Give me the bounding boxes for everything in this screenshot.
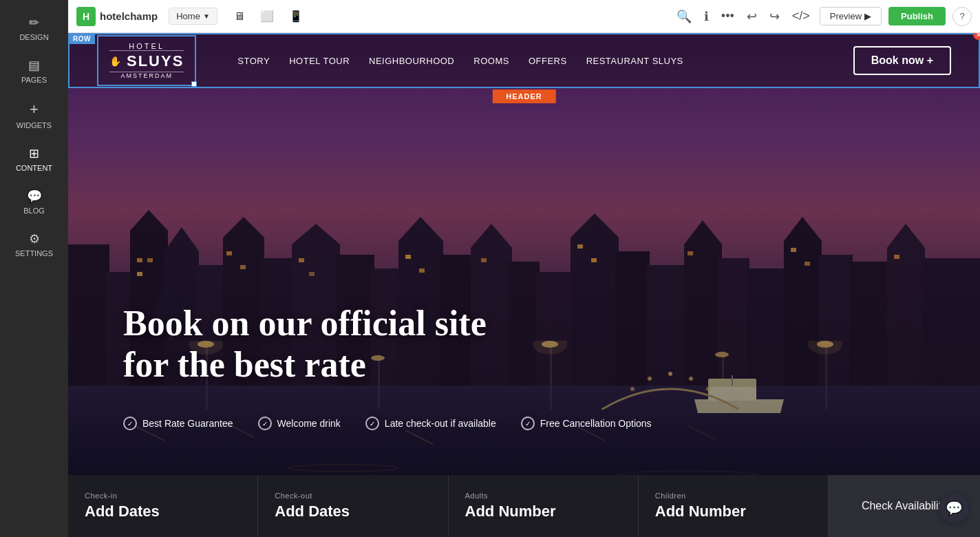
undo-button[interactable]: ↩ xyxy=(744,6,760,27)
chat-bubble[interactable]: 💬 xyxy=(939,493,969,523)
chevron-down-icon: ▼ xyxy=(203,12,210,20)
desktop-device-btn[interactable]: 🖥 xyxy=(228,8,251,25)
logo-main: ✋ SLUYS xyxy=(109,50,184,72)
hotel-logo: HOTEL ✋ SLUYS AMSTERDAM xyxy=(109,42,184,79)
features-bar: ✓ Best Rate Guarantee ✓ Welcome drink ✓ … xyxy=(123,417,952,430)
checkin-value: Add Dates xyxy=(85,503,241,520)
preview-button[interactable]: Preview ▶ xyxy=(820,7,882,25)
nav-hotel-tour[interactable]: HOTEL TOUR xyxy=(289,56,350,66)
search-button[interactable]: 🔍 xyxy=(674,6,694,27)
check-icon-0: ✓ xyxy=(123,417,137,430)
nav-restaurant[interactable]: RESTAURANT SLUYS xyxy=(586,56,683,66)
plus-icon: + xyxy=(30,101,39,118)
tablet-device-btn[interactable]: ⬜ xyxy=(255,7,279,25)
brand-logo: H xyxy=(76,7,96,26)
adults-label: Adults xyxy=(465,492,621,500)
sidebar-item-design[interactable]: ✏ DESIGN xyxy=(0,7,68,50)
brand-name: hotelchamp xyxy=(100,10,158,22)
booking-bar: Check-in Add Dates Check-out Add Dates A… xyxy=(68,475,980,537)
publish-button[interactable]: Publish xyxy=(888,7,946,25)
check-icon-1: ✓ xyxy=(258,417,272,430)
row-close-btn[interactable]: ✕ xyxy=(973,33,980,40)
page-name: Home xyxy=(176,11,200,21)
nav-links: STORY HOTEL TOUR NEIGHBOURHOOD ROOMS OFF… xyxy=(237,56,853,66)
redo-button[interactable]: ↪ xyxy=(767,6,782,27)
book-now-button[interactable]: Book now + xyxy=(853,46,951,75)
checkout-label: Check-out xyxy=(275,492,431,500)
headline-line2: for the best rate xyxy=(123,344,487,386)
page-selector[interactable]: Home ▼ xyxy=(169,8,217,25)
checkout-field[interactable]: Check-out Add Dates xyxy=(258,475,448,537)
more-button[interactable]: ••• xyxy=(718,6,737,26)
canvas-area: ROW ✕ HOTEL ✋ SLUYS AMSTERDAM STORY xyxy=(68,33,980,537)
feature-label-0: Best Rate Guarantee xyxy=(142,418,233,429)
children-field[interactable]: Children Add Number xyxy=(639,475,829,537)
play-icon: ▶ xyxy=(864,11,871,21)
checkout-value: Add Dates xyxy=(275,503,431,520)
brand: H hotelchamp xyxy=(76,7,158,26)
mobile-device-btn[interactable]: 📱 xyxy=(284,7,308,25)
sidebar: ✏ DESIGN ▤ PAGES + WIDGETS ⊞ CONTENT 💬 B… xyxy=(0,0,68,537)
blog-icon: 💬 xyxy=(27,189,42,204)
logo-sub: AMSTERDAM xyxy=(109,72,184,79)
overlay xyxy=(68,33,980,537)
sidebar-item-content[interactable]: ⊞ CONTENT xyxy=(0,138,68,180)
children-value: Add Number xyxy=(655,503,811,520)
device-icons: 🖥 ⬜ 📱 xyxy=(228,7,308,25)
headline-line1: Book on our official site xyxy=(123,303,487,344)
feature-label-3: Free Cancellation Options xyxy=(540,418,652,429)
website-preview: ROW ✕ HOTEL ✋ SLUYS AMSTERDAM STORY xyxy=(68,33,980,537)
resize-handle[interactable] xyxy=(191,81,197,87)
pages-icon: ▤ xyxy=(28,58,40,73)
hero-background xyxy=(68,33,980,537)
feature-label-2: Late check-out if available xyxy=(385,418,496,429)
gear-icon: ⚙ xyxy=(29,231,40,246)
nav-offers[interactable]: OFFERS xyxy=(529,56,567,66)
main-area: H hotelchamp Home ▼ 🖥 ⬜ 📱 🔍 ℹ ••• ↩ ↪ </… xyxy=(68,0,980,537)
topbar: H hotelchamp Home ▼ 🖥 ⬜ 📱 🔍 ℹ ••• ↩ ↪ </… xyxy=(68,0,980,33)
feature-cancellation: ✓ Free Cancellation Options xyxy=(521,417,652,430)
sidebar-item-pages[interactable]: ▤ PAGES xyxy=(0,50,68,92)
check-icon-3: ✓ xyxy=(521,417,535,430)
feature-best-rate: ✓ Best Rate Guarantee xyxy=(123,417,233,430)
sidebar-item-widgets[interactable]: + WIDGETS xyxy=(0,92,68,138)
adults-field[interactable]: Adults Add Number xyxy=(449,475,639,537)
adults-value: Add Number xyxy=(465,503,621,520)
site-navbar: ROW ✕ HOTEL ✋ SLUYS AMSTERDAM STORY xyxy=(68,33,980,88)
check-icon-2: ✓ xyxy=(365,417,379,430)
topbar-actions: 🔍 ℹ ••• ↩ ↪ </> Preview ▶ Publish ? xyxy=(674,6,972,27)
help-button[interactable]: ? xyxy=(952,7,972,26)
feature-label-1: Welcome drink xyxy=(277,418,341,429)
row-label: ROW xyxy=(69,34,95,44)
sidebar-item-settings[interactable]: ⚙ SETTINGS xyxy=(0,223,68,266)
logo-line1: HOTEL xyxy=(109,42,184,50)
nav-rooms[interactable]: ROOMS xyxy=(473,56,509,66)
checkin-label: Check-in xyxy=(85,492,241,500)
nav-neighbourhood[interactable]: NEIGHBOURHOOD xyxy=(369,56,454,66)
hero-text: Book on our official site for the best r… xyxy=(123,303,487,386)
header-label: HEADER xyxy=(492,90,555,103)
feature-welcome: ✓ Welcome drink xyxy=(258,417,341,430)
nav-story[interactable]: STORY xyxy=(237,56,270,66)
info-button[interactable]: ℹ xyxy=(701,6,712,27)
feature-checkout: ✓ Late check-out if available xyxy=(365,417,496,430)
sidebar-item-blog[interactable]: 💬 BLOG xyxy=(0,180,68,223)
grid-icon: ⊞ xyxy=(29,146,39,161)
code-button[interactable]: </> xyxy=(789,6,813,26)
hero-headline: Book on our official site for the best r… xyxy=(123,303,487,386)
hotel-logo-box: HOTEL ✋ SLUYS AMSTERDAM xyxy=(97,35,196,86)
checkin-field[interactable]: Check-in Add Dates xyxy=(68,475,258,537)
children-label: Children xyxy=(655,492,811,500)
pencil-icon: ✏ xyxy=(29,15,39,30)
